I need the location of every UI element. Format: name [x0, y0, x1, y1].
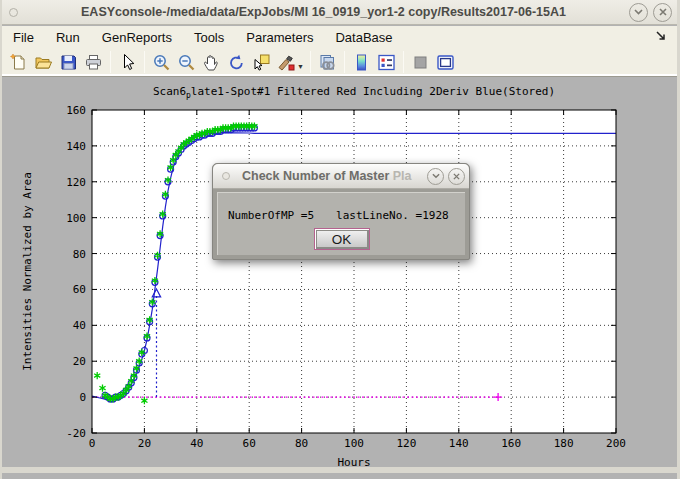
- toolbar-button-pan[interactable]: [199, 50, 224, 74]
- svg-text:20: 20: [73, 355, 86, 368]
- toolbar-button-zoom-out[interactable]: [174, 50, 199, 74]
- chevron-down-icon: [432, 173, 440, 179]
- menu-item-run[interactable]: Run: [45, 28, 91, 47]
- svg-text:80: 80: [73, 248, 86, 261]
- svg-text:120: 120: [66, 176, 86, 189]
- toolbar-button-legend[interactable]: [374, 50, 399, 74]
- legend-icon: [377, 53, 396, 72]
- toolbar-button-link-plots[interactable]: [315, 50, 340, 74]
- close-icon: [453, 173, 460, 180]
- svg-text:160: 160: [501, 437, 521, 450]
- figure-area: 020406080100120140160180200-200204060801…: [2, 79, 677, 473]
- toolbar-separator: [310, 51, 311, 73]
- toolbar-button-figure-window[interactable]: [433, 50, 458, 74]
- svg-text:60: 60: [73, 283, 86, 296]
- toolbar-button-open-folder[interactable]: [31, 50, 56, 74]
- menu-item-tools[interactable]: Tools: [183, 28, 235, 47]
- minimize-button[interactable]: [629, 3, 648, 22]
- dialog-message: NumberOfMP =5lastLineNo. =1928: [228, 209, 459, 222]
- ok-button[interactable]: OK: [314, 228, 370, 250]
- dialog-close-button[interactable]: [448, 168, 465, 185]
- open-folder-icon: [34, 53, 53, 72]
- toolbar-separator: [344, 51, 345, 73]
- toolbar-button-inactive-square[interactable]: [408, 50, 433, 74]
- svg-text:200: 200: [606, 437, 626, 450]
- window-titlebar: EASYconsole-/media/data/ExpJobs/MI 16_09…: [2, 0, 677, 25]
- toolbar-separator: [403, 51, 404, 73]
- pan-icon: [202, 53, 221, 72]
- svg-text:40: 40: [190, 437, 203, 450]
- dialog-title: Check Number of Master Pla: [242, 169, 427, 183]
- svg-text:40: 40: [73, 319, 86, 332]
- menu-item-genreports[interactable]: GenReports: [91, 28, 183, 47]
- toolbar-button-zoom-in[interactable]: [149, 50, 174, 74]
- svg-text:100: 100: [344, 437, 364, 450]
- app-icon: [9, 8, 18, 17]
- dialog-app-icon: [222, 172, 230, 180]
- toolbar: ▼: [2, 48, 677, 77]
- print-icon: [84, 53, 103, 72]
- svg-text:140: 140: [449, 437, 469, 450]
- svg-text:Intensities Normalized by Area: Intensities Normalized by Area: [21, 172, 34, 371]
- svg-text:140: 140: [66, 140, 86, 153]
- dialog-check-number-of-master-plates: Check Number of Master Pla NumberOfMP =5…: [212, 163, 470, 260]
- svg-text:0: 0: [79, 391, 86, 404]
- figure-window-icon: [436, 53, 455, 72]
- toolbar-button-pointer[interactable]: [115, 50, 140, 74]
- svg-text:120: 120: [396, 437, 416, 450]
- svg-text:160: 160: [66, 104, 86, 117]
- menu-item-database[interactable]: DataBase: [324, 28, 403, 47]
- toolbar-button-rotate-3d[interactable]: [224, 50, 249, 74]
- link-plots-icon: [318, 53, 337, 72]
- svg-text:0: 0: [89, 437, 96, 450]
- dialog-titlebar: Check Number of Master Pla: [213, 164, 469, 189]
- toolbar-button-brush[interactable]: [274, 50, 299, 74]
- app-window: EASYconsole-/media/data/ExpJobs/MI 16_09…: [0, 0, 680, 479]
- toolbar-button-data-cursor[interactable]: [249, 50, 274, 74]
- plot-title: Scan6plate1-Spot#1 Filtered Red Includin…: [92, 85, 616, 100]
- rotate-3d-icon: [227, 53, 246, 72]
- window-bottom-border: [2, 467, 677, 473]
- detach-arrow-icon[interactable]: [655, 30, 667, 45]
- menubar: FileRunGenReportsToolsParametersDataBase: [2, 26, 677, 48]
- toolbar-button-print[interactable]: [81, 50, 106, 74]
- data-cursor-icon: [252, 53, 271, 72]
- window-title: EASYconsole-/media/data/ExpJobs/MI 16_09…: [18, 5, 629, 19]
- save-icon: [59, 53, 78, 72]
- dialog-content-panel: NumberOfMP =5lastLineNo. =1928 OK: [217, 192, 465, 255]
- zoom-in-icon: [152, 53, 171, 72]
- zoom-out-icon: [177, 53, 196, 72]
- svg-text:100: 100: [66, 212, 86, 225]
- svg-text:60: 60: [243, 437, 256, 450]
- close-button[interactable]: [653, 3, 672, 22]
- colormap-icon: [352, 53, 371, 72]
- brush-icon: [277, 53, 296, 72]
- pointer-icon: [118, 53, 137, 72]
- toolbar-separator: [110, 51, 111, 73]
- svg-text:80: 80: [295, 437, 308, 450]
- brush-dropdown-icon[interactable]: ▼: [297, 63, 304, 70]
- menu-item-file[interactable]: File: [2, 28, 45, 47]
- toolbar-button-save[interactable]: [56, 50, 81, 74]
- new-document-icon: [9, 53, 28, 72]
- inactive-square-icon: [411, 53, 430, 72]
- plot-canvas[interactable]: 020406080100120140160180200-200204060801…: [2, 79, 680, 473]
- dialog-minimize-button[interactable]: [427, 168, 444, 185]
- chevron-down-icon: [634, 9, 643, 15]
- menu-item-parameters[interactable]: Parameters: [235, 28, 324, 47]
- close-icon: [659, 8, 667, 16]
- toolbar-button-colormap[interactable]: [349, 50, 374, 74]
- svg-text:-20: -20: [66, 427, 86, 440]
- toolbar-button-new-document[interactable]: [6, 50, 31, 74]
- svg-text:180: 180: [554, 437, 574, 450]
- toolbar-separator: [144, 51, 145, 73]
- svg-text:20: 20: [138, 437, 151, 450]
